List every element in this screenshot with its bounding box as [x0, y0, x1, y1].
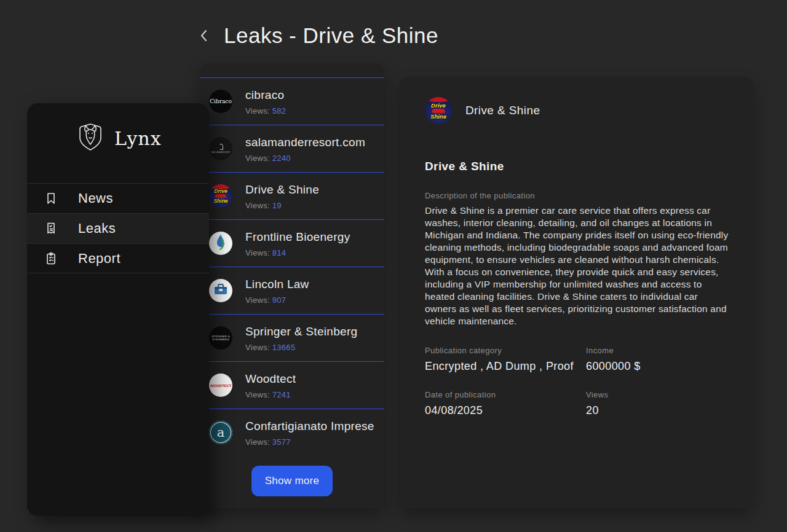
bookmark-icon	[44, 191, 58, 206]
views-count: 2240	[272, 154, 291, 163]
views-row: Views: 814	[245, 248, 350, 257]
field-value: 20	[586, 404, 728, 417]
views-row: Views: 3577	[245, 437, 374, 447]
company-logo-woodtect: WOODTECT	[209, 374, 232, 397]
brand-name: Lynx	[114, 128, 162, 149]
sidebar-item-report[interactable]: Report	[27, 243, 209, 273]
field-income: Income 6000000 $	[586, 346, 728, 373]
company-name: Springer & Steinberg	[245, 324, 357, 340]
car-icon	[432, 109, 445, 113]
description-label: Description of the publication	[425, 191, 728, 200]
company-name: Frontline Bioenergy	[245, 229, 350, 245]
company-name: Lincoln Law	[245, 276, 309, 292]
company-heading: Drive & Shine	[425, 160, 728, 173]
company-logo-confartigianato: a	[209, 421, 232, 444]
list-item[interactable]: Lincoln Law Views: 907	[200, 267, 384, 314]
back-button[interactable]	[197, 26, 210, 45]
list-item[interactable]: SALAMANDER salamanderresort.com Views: 2…	[200, 125, 384, 172]
field-label: Publication category	[425, 346, 586, 355]
company-logo-drive-and-shine: Drive Shine	[425, 97, 452, 124]
detail-header: Drive Shine Drive & Shine	[425, 97, 728, 124]
field-views: Views 20	[586, 390, 728, 417]
detail-fields: Publication category Encrypted , AD Dump…	[425, 346, 728, 417]
field-value: 04/08/2025	[425, 404, 586, 417]
toolbox-icon	[213, 283, 228, 298]
sidebar-item-label: News	[78, 190, 113, 206]
sidebar-item-leaks[interactable]: Leaks	[27, 213, 209, 243]
company-name: Drive & Shine	[245, 182, 319, 198]
views-count: 13665	[272, 343, 296, 352]
views-row: Views: 2240	[245, 154, 365, 163]
field-label: Date of publication	[425, 390, 586, 399]
clipboard-icon	[44, 251, 58, 266]
list-item[interactable]: Cibraco cibraco Views: 582	[200, 77, 384, 125]
brand: Lynx	[27, 103, 209, 158]
company-name: cibraco	[245, 87, 286, 103]
sidebar-menu: News Leaks Report	[27, 183, 209, 273]
company-name: salamanderresort.com	[245, 135, 365, 151]
company-logo-springer: SPRINGER & STEINBERG	[209, 326, 232, 350]
field-value: Encrypted , AD Dump , Proof	[425, 360, 586, 373]
views-row: Views: 13665	[245, 343, 357, 352]
header: Leaks - Drive & Shine	[197, 23, 438, 48]
field-value: 6000000 $	[586, 360, 728, 373]
views-count: 907	[272, 295, 287, 305]
salamander-icon	[219, 144, 223, 150]
views-count: 7241	[272, 390, 291, 399]
lynx-shield-logo-icon	[77, 122, 103, 154]
sidebar-item-label: Leaks	[78, 221, 116, 237]
list-item[interactable]: WOODTECT Woodtect Views: 7241	[200, 361, 384, 409]
sidebar-item-news[interactable]: News	[27, 183, 209, 213]
views-row: Views: 907	[245, 295, 309, 305]
company-name: Confartigianato Imprese	[245, 418, 374, 434]
views-count: 814	[272, 248, 287, 257]
list-item[interactable]: SPRINGER & STEINBERG Springer & Steinber…	[200, 314, 384, 361]
leaf-flame-icon	[213, 233, 229, 253]
sidebar-item-label: Report	[78, 251, 121, 267]
field-date-of-publication: Date of publication 04/08/2025	[425, 390, 586, 417]
views-row: Views: 19	[245, 201, 319, 210]
leak-list-panel: Cibraco cibraco Views: 582 SALAMANDER sa…	[200, 63, 384, 508]
company-title: Drive & Shine	[465, 104, 540, 117]
views-count: 582	[272, 106, 287, 115]
list-item[interactable]: Drive Shine Drive & Shine Views: 19	[200, 172, 384, 219]
show-more-button[interactable]: Show more	[251, 466, 333, 496]
views-row: Views: 582	[245, 106, 286, 115]
field-label: Views	[586, 390, 728, 399]
field-publication-category: Publication category Encrypted , AD Dump…	[425, 346, 586, 373]
company-logo-salamander: SALAMANDER	[209, 137, 232, 160]
company-logo-cibraco: Cibraco	[209, 90, 232, 113]
list-item[interactable]: a Confartigianato Imprese Views: 3577	[200, 409, 384, 456]
page-title: Leaks - Drive & Shine	[224, 23, 438, 48]
views-count: 3577	[272, 437, 291, 447]
company-logo-lincoln	[209, 279, 232, 302]
company-logo-drive-and-shine: Drive Shine	[209, 184, 232, 208]
views-count: 19	[272, 201, 282, 210]
list-item[interactable]: Frontline Bioenergy Views: 814	[200, 219, 384, 267]
description-text: Drive & Shine is a premier car care serv…	[425, 205, 730, 327]
publication-detail-panel: Drive Shine Drive & Shine Drive & Shine …	[400, 77, 753, 508]
sidebar: Lynx News Leaks	[27, 103, 209, 516]
company-name: Woodtect	[245, 371, 296, 387]
chevron-left-icon	[199, 29, 208, 42]
receipt-icon	[44, 221, 58, 236]
field-label: Income	[586, 346, 728, 355]
company-logo-frontline	[209, 232, 232, 255]
views-row: Views: 7241	[245, 390, 296, 399]
